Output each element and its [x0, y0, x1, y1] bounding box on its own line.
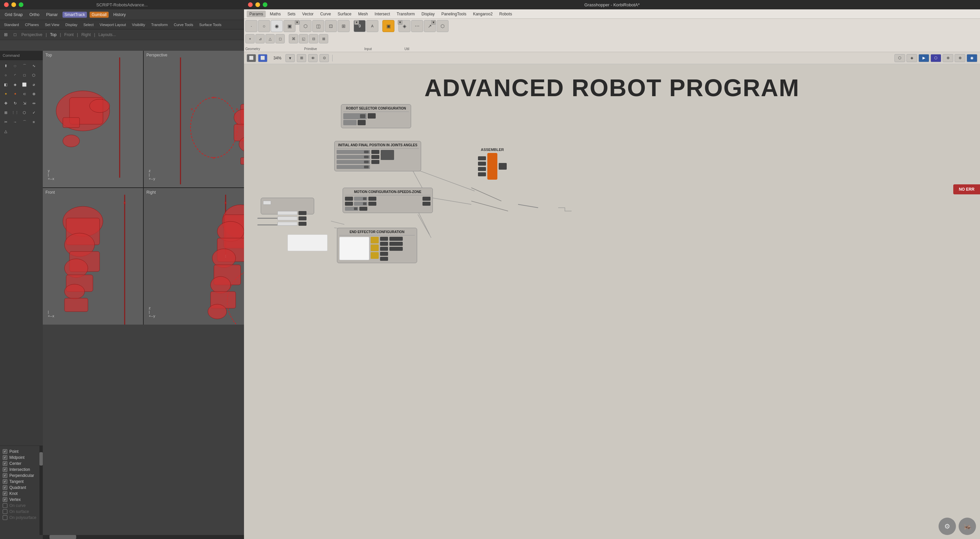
gh-menu-surface[interactable]: Surface	[335, 11, 354, 17]
grid-snap-btn[interactable]: Grid Snap	[3, 12, 25, 18]
snap-center-check[interactable]	[3, 461, 7, 466]
gh-menu-mesh[interactable]: Mesh	[355, 11, 370, 17]
tool-curve[interactable]: ⌒	[20, 62, 29, 70]
tab-standard[interactable]: Standard	[2, 22, 22, 28]
tool-trim[interactable]: ✂	[2, 117, 10, 126]
gh-canvas[interactable]: ADVANCED ROBOT PROGRAM ROBOT SELECTOR CO…	[244, 64, 980, 539]
gh-icon-r3[interactable]: △	[266, 34, 275, 43]
gh-right-icon3[interactable]: ▶	[918, 54, 929, 62]
icon-rect[interactable]: □	[11, 30, 19, 39]
maximize-button[interactable]	[19, 2, 24, 7]
bottom-hscroll[interactable]	[43, 535, 244, 539]
rs-slider[interactable]	[343, 113, 367, 119]
gh-menu-display[interactable]: Display	[419, 11, 437, 17]
icon-layout[interactable]: ⊞	[2, 30, 10, 39]
gh-view-icon1[interactable]: ⬜	[247, 54, 256, 62]
gh-view-fit[interactable]: ⊞	[297, 54, 306, 62]
gh-icon-active[interactable]: ▣	[382, 20, 395, 32]
gh-icon-sphere[interactable]: ◉	[271, 20, 283, 32]
snap-tangent[interactable]: Tangent	[3, 479, 40, 485]
if-slider1[interactable]	[337, 150, 370, 154]
ls1[interactable]	[277, 211, 298, 215]
mc-sl2[interactable]	[354, 202, 368, 206]
tool-mesh[interactable]: ◈	[11, 80, 19, 89]
gh-settings-icon[interactable]: ⚙	[939, 518, 956, 535]
tool-arc[interactable]: ◜	[11, 71, 19, 79]
gh-icon-txt[interactable]: A	[366, 20, 379, 32]
mc-sl3[interactable]	[345, 207, 358, 211]
gh-close-btn[interactable]	[248, 2, 253, 7]
tool-orange[interactable]: ✦	[11, 89, 19, 98]
if-slider2[interactable]	[337, 155, 370, 159]
gh-menu-curve[interactable]: Curve	[318, 11, 334, 17]
gh-right-icon2[interactable]: ◈	[907, 54, 917, 62]
planar-btn[interactable]: Planar	[44, 12, 60, 18]
snap-knot[interactable]: Knot	[3, 491, 40, 496]
tool-surface[interactable]: ◧	[2, 80, 10, 89]
viewport-perspective[interactable]: Perspective × × × ×	[144, 51, 244, 187]
node-robot-selector[interactable]: ROBOT SELECTOR CONFIGURATION	[341, 104, 411, 128]
gh-icon-r2[interactable]: ⊿	[255, 34, 265, 43]
tool-offset[interactable]: ≡	[29, 117, 38, 126]
gh-view-eye[interactable]: 👁	[308, 54, 318, 62]
snap-vertex[interactable]: Vertex	[3, 496, 40, 503]
snap-quadrant-check[interactable]	[3, 485, 7, 490]
gh-menu-maths[interactable]: Maths	[267, 11, 283, 17]
gh-icon-ex2[interactable]: ⋯	[411, 20, 423, 32]
tool-box[interactable]: ⬡	[20, 108, 29, 117]
gh-menu-transform[interactable]: Transform	[394, 11, 417, 17]
tool-rotate[interactable]: ↻	[11, 99, 19, 108]
history-btn[interactable]: History	[111, 12, 128, 18]
gh-right-icon6[interactable]: ⊕	[955, 54, 965, 62]
gh-right-icon1[interactable]: ⬡	[894, 54, 905, 62]
vp-tab-layouts[interactable]: Layouts...	[97, 32, 117, 37]
gh-maximize-btn[interactable]	[263, 2, 267, 7]
gh-right-icon7[interactable]: ◉	[967, 54, 977, 62]
node-init-final[interactable]: INITIAL AND FINAL POSITION IN JOINTS ANG…	[334, 141, 421, 171]
gh-icon-r1[interactable]: ⌖	[245, 34, 255, 43]
gh-zoom-dropdown[interactable]: ▼	[285, 54, 295, 62]
gh-icon-ex4[interactable]: ⬡	[436, 20, 449, 32]
tool-move[interactable]: ✥	[2, 99, 10, 108]
snap-onsurface[interactable]: On surface	[3, 509, 40, 515]
snap-onpolysurface[interactable]: On polysurface	[3, 515, 40, 521]
node-motion-cfg[interactable]: MOTION CONFIGURATION-SPEEDS-ZONE	[343, 188, 433, 213]
gh-icon-brep[interactable]: ▣	[283, 20, 296, 32]
vp-tab-top[interactable]: Top	[49, 32, 58, 37]
gh-icon-geo2[interactable]: ◫	[312, 20, 324, 32]
vp-tab-front[interactable]: Front	[63, 32, 75, 37]
snap-knot-check[interactable]	[3, 491, 7, 496]
tool-select-cursor[interactable]: ⬆	[2, 62, 10, 70]
assembler-area[interactable]: ASSEMBLER	[478, 147, 507, 180]
gh-icon-geo4[interactable]: ⊞	[337, 20, 350, 32]
tab-surface-tools[interactable]: Surface Tools	[197, 22, 224, 28]
gh-icon-r7[interactable]: ⊟	[309, 34, 318, 43]
gh-menu-intersect[interactable]: Intersect	[372, 11, 393, 17]
tab-curve-tools[interactable]: Curve Tools	[171, 22, 196, 28]
tool-analysis[interactable]: △	[2, 127, 10, 136]
gh-minimize-btn[interactable]	[255, 2, 260, 7]
tool-rect[interactable]: □	[20, 71, 29, 79]
tool-array[interactable]: ⊞	[2, 108, 10, 117]
node-end-effector[interactable]: END EFFECTOR CONFIGURATION	[337, 228, 417, 263]
snap-point-check[interactable]	[3, 449, 7, 454]
snap-perpendicular[interactable]: Perpendicular	[3, 472, 40, 479]
tab-viewport-layout[interactable]: Viewport Layout	[97, 22, 129, 28]
snap-midpoint[interactable]: Midpoint	[3, 455, 40, 461]
tab-cplanes[interactable]: CPlanes	[22, 22, 42, 28]
snap-center[interactable]: Center	[3, 461, 40, 466]
vscroll[interactable]	[40, 445, 43, 535]
snap-onpolysurface-check[interactable]	[3, 515, 7, 520]
gh-view-target[interactable]: ⊙	[320, 54, 329, 62]
minimize-button[interactable]	[11, 2, 16, 7]
gh-icon-geo1[interactable]: ⬡	[299, 20, 312, 32]
snap-tangent-check[interactable]	[3, 479, 7, 484]
viewport-front[interactable]: Front × |+--x	[43, 188, 143, 325]
tool-polygon[interactable]: ⬡	[29, 71, 38, 79]
tool-scale[interactable]: ⇲	[20, 99, 29, 108]
gh-icon-geo3[interactable]: ⊡	[325, 20, 337, 32]
tool-lasso[interactable]: ⊂	[20, 89, 29, 98]
ls2[interactable]	[277, 216, 298, 220]
snap-intersection-check[interactable]	[3, 467, 7, 472]
tool-solid[interactable]: ⬜	[20, 80, 29, 89]
